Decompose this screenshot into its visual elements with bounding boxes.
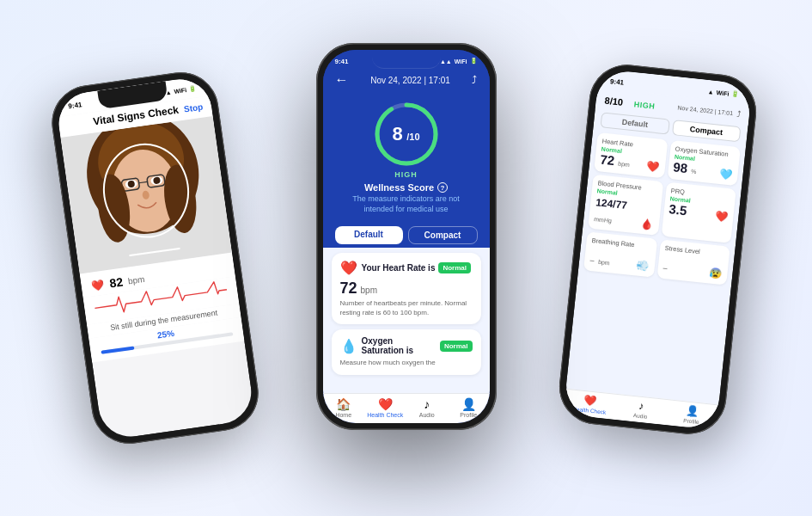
phones-container: 9:41 ▲▲▲ WiFi 🔋 Vital Signs Check Stop <box>20 9 793 507</box>
right-nav-profile[interactable]: 👤 Profile <box>665 402 718 427</box>
right-prq: PRQ Normal 3.5 ❤️ <box>661 182 736 243</box>
right-date-share: Nov 24, 2022 | 17:01 ⤴ <box>676 102 741 119</box>
right-score-high: HIGH <box>633 100 655 111</box>
profile-label: Profile <box>460 412 477 418</box>
right-heart-rate: Heart Rate Normal 72 bpm ❤️ <box>594 132 668 178</box>
health-label: Health Check <box>367 412 403 418</box>
right-br-value: – <box>589 255 595 266</box>
heart-rate-badge: Normal <box>438 262 471 273</box>
center-tab-row: Default Compact <box>323 223 490 248</box>
right-hr-value: 72 <box>599 151 614 168</box>
score-denom: /10 <box>406 132 419 142</box>
right-stress: Stress Level . – 😰 <box>656 239 730 285</box>
wellness-subtitle: The measure indicators are not intended … <box>323 194 490 214</box>
right-stress-value: – <box>662 263 668 273</box>
tab-default[interactable]: Default <box>335 226 403 244</box>
audio-icon: ♪ <box>424 397 430 411</box>
cards-area: ❤️ Your Heart Rate is Normal 72 <box>323 248 490 393</box>
right-audio-icon: ♪ <box>638 400 644 413</box>
home-icon: 🏠 <box>336 397 351 411</box>
right-health-label: Health Check <box>572 406 607 415</box>
right-bp-unit: mmHg <box>593 216 611 224</box>
right-nav-health[interactable]: ❤️ Health Check <box>563 392 616 416</box>
time-center: 9:41 <box>335 58 349 65</box>
health-icon: ❤️ <box>378 397 393 411</box>
right-prq-icon: ❤️ <box>714 210 728 223</box>
right-health-icon: ❤️ <box>583 394 596 407</box>
right-nav-audio[interactable]: ♪ Audio <box>614 397 668 421</box>
right-o2-value: 98 <box>672 159 687 175</box>
back-icon[interactable]: ← <box>335 72 349 88</box>
time-left: 9:41 <box>67 101 82 110</box>
score-inner: 8 /10 <box>393 125 420 144</box>
right-profile-icon: 👤 <box>685 404 699 417</box>
right-date: Nov 24, 2022 | 17:01 <box>677 104 733 116</box>
right-breathing: Breathing Rate . – bpm 💨 <box>583 231 657 277</box>
heart-rate-card: ❤️ Your Heart Rate is Normal 72 <box>332 253 481 324</box>
phone-right: 9:41 ▲▲▲ WiFi 🔋 8/10 HIGH Nov 24 <box>555 61 760 438</box>
right-metrics-grid: Heart Rate Normal 72 bpm ❤️ Oxygen Satur <box>577 128 746 289</box>
heart-rate-unit: bpm <box>361 286 377 295</box>
center-bottom-nav: 🏠 Home ❤️ Health Check ♪ Audio 👤 Profile <box>323 393 490 423</box>
right-br-unit: bpm <box>597 259 609 266</box>
right-audio-label: Audio <box>632 412 647 420</box>
right-bp-icon: 🩸 <box>639 218 653 230</box>
nav-health-check[interactable]: ❤️ Health Check <box>364 397 406 418</box>
bpm-value: 82 <box>108 275 124 291</box>
tab-compact[interactable]: Compact <box>408 226 478 244</box>
center-nav: ← Nov 24, 2022 | 17:01 ⤴ <box>323 71 490 93</box>
nav-date: Nov 24, 2022 | 17:01 <box>370 76 450 85</box>
phone-left: 9:41 ▲▲▲ WiFi 🔋 Vital Signs Check Stop <box>46 67 263 448</box>
phone-center: 9:41 ▲▲▲ WiFi 🔋 ← Nov 24, 2022 | 17:01 ⤴ <box>316 43 497 430</box>
heart-icon-left: ❤️ <box>90 279 105 292</box>
score-number: 8 <box>393 123 403 144</box>
right-hr-icon: ❤️ <box>645 160 659 173</box>
progress-percent: 25% <box>156 329 174 341</box>
oxygen-card: 💧 Oxygen Saturation is Normal Measure ho… <box>332 329 481 374</box>
heart-rate-icon: ❤️ <box>340 260 357 276</box>
oxygen-desc: Measure how much oxygen the <box>340 359 473 367</box>
right-bp-value: 124/77 <box>595 196 627 212</box>
nav-audio[interactable]: ♪ Audio <box>406 397 449 418</box>
screen-center: 9:41 ▲▲▲ WiFi 🔋 ← Nov 24, 2022 | 17:01 ⤴ <box>323 50 490 423</box>
right-share-icon[interactable]: ⤴ <box>736 108 741 118</box>
time-right: 9:41 <box>609 77 624 87</box>
bpm-unit: bpm <box>127 273 145 286</box>
oxygen-title: Oxygen Saturation is <box>362 336 437 355</box>
right-br-icon: 💨 <box>635 260 649 273</box>
right-profile-label: Profile <box>682 417 699 425</box>
info-icon: ? <box>437 182 448 193</box>
nav-home[interactable]: 🏠 Home <box>323 397 365 418</box>
right-prq-value: 3.5 <box>668 201 687 218</box>
oxygen-icon: 💧 <box>340 338 357 354</box>
heart-rate-title: Your Heart Rate is <box>362 263 436 273</box>
face-area <box>60 116 232 273</box>
heart-rate-value: 72 <box>340 280 357 298</box>
right-bp: Blood Pressure Normal 124/77 mmHg 🩸 <box>588 175 663 236</box>
right-oxygen: Oxygen Saturation Normal 98 % 🩵 <box>667 140 741 186</box>
right-hr-unit: bpm <box>617 161 629 168</box>
nav-profile[interactable]: 👤 Profile <box>448 397 490 418</box>
wellness-title: Wellness Score ? <box>364 182 448 193</box>
notch-center <box>372 50 441 69</box>
progress-fill <box>101 346 134 353</box>
score-area: 8 /10 HIGH Wellness Score ? The measure … <box>323 93 490 223</box>
stop-button[interactable]: Stop <box>183 101 204 114</box>
right-o2-unit: % <box>690 169 696 175</box>
right-o2-icon: 🩵 <box>718 168 732 181</box>
audio-label: Audio <box>419 412 435 418</box>
screen-right: 9:41 ▲▲▲ WiFi 🔋 8/10 HIGH Nov 24 <box>563 69 752 430</box>
right-score-text: 8/10 <box>604 95 624 108</box>
heart-rate-desc: Number of heartbeats per minute. Normal … <box>340 299 473 317</box>
share-icon[interactable]: ⤴ <box>472 74 477 86</box>
profile-icon: 👤 <box>461 397 476 411</box>
right-score-area: 8/10 HIGH <box>603 92 655 113</box>
screen-left: 9:41 ▲▲▲ WiFi 🔋 Vital Signs Check Stop <box>54 76 254 441</box>
home-label: Home <box>335 412 351 418</box>
score-ring: 8 /10 <box>372 100 441 169</box>
oxygen-badge: Normal <box>440 341 473 352</box>
right-stress-icon: 😰 <box>708 267 722 280</box>
score-high-label: HIGH <box>394 170 418 179</box>
